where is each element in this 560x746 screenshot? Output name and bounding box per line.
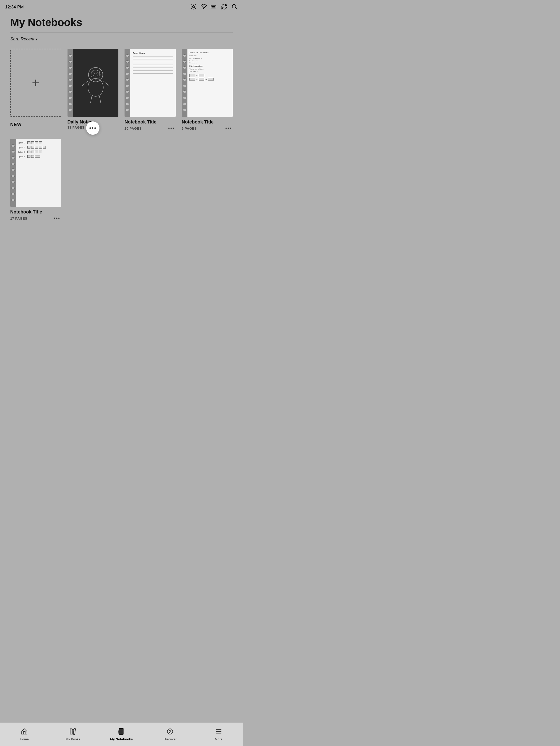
notebook-2-card[interactable]: Penn Ideas bbox=[124, 49, 176, 131]
notebook-2-info: Notebook Title 20 PAGES ••• bbox=[124, 119, 176, 131]
main-content: + NEW bbox=[0, 44, 243, 257]
notebook-2-title: Notebook Title bbox=[124, 119, 176, 125]
notes-inner-cover: Penn Ideas bbox=[130, 49, 176, 117]
mechanical-sketch-svg bbox=[79, 63, 112, 103]
spiral-binding-3 bbox=[182, 49, 188, 117]
notebook-4-meta: 17 PAGES ••• bbox=[10, 216, 61, 221]
notes-cover-title: Penn Ideas bbox=[133, 52, 173, 54]
page-title: My Notebooks bbox=[10, 17, 233, 29]
battery-icon bbox=[211, 3, 217, 11]
sort-label: Sort: Recent bbox=[10, 36, 34, 42]
header: My Notebooks bbox=[0, 13, 243, 29]
notebook-3-card[interactable]: Toolkits 1.6 – UX review Scenario: As a … bbox=[182, 49, 233, 131]
brightness-icon bbox=[190, 3, 197, 11]
svg-line-14 bbox=[235, 8, 237, 9]
daily-notes-menu-button[interactable]: ••• bbox=[86, 121, 100, 135]
notebook-4-pages: 17 PAGES bbox=[10, 217, 27, 220]
notebooks-grid: + NEW bbox=[0, 44, 243, 231]
notebook-2-meta: 20 PAGES ••• bbox=[124, 125, 176, 131]
wifi-icon bbox=[200, 3, 207, 11]
plus-icon: + bbox=[32, 76, 39, 89]
options-inner-cover: Option 1 Option 2 bbox=[16, 139, 61, 207]
daily-notes-cover bbox=[67, 49, 119, 117]
notebook-3-meta: 5 PAGES ••• bbox=[182, 125, 233, 131]
notebook-4-card[interactable]: Option 1 Option 2 bbox=[10, 139, 61, 221]
notebook-3-title: Notebook Title bbox=[182, 119, 233, 125]
spiral-binding-4 bbox=[10, 139, 16, 207]
notebook-4-cover: Option 1 Option 2 bbox=[10, 139, 61, 207]
mechanical-cover-content bbox=[73, 49, 119, 117]
sync-icon bbox=[221, 3, 228, 11]
svg-line-21 bbox=[100, 96, 101, 103]
svg-line-7 bbox=[192, 8, 192, 9]
spiral-binding-2 bbox=[124, 49, 130, 117]
notebook-3-cover: Toolkits 1.6 – UX review Scenario: As a … bbox=[182, 49, 233, 117]
notebook-4-title: Notebook Title bbox=[10, 209, 61, 215]
svg-rect-12 bbox=[212, 6, 215, 8]
new-card-label: NEW bbox=[10, 122, 61, 127]
notebook-4-menu-button[interactable]: ••• bbox=[53, 216, 61, 221]
spiral-binding bbox=[67, 49, 73, 117]
svg-line-20 bbox=[90, 96, 92, 103]
svg-point-15 bbox=[88, 67, 103, 82]
search-icon-header[interactable] bbox=[231, 3, 238, 11]
new-notebook-cover: + bbox=[10, 49, 61, 117]
svg-point-17 bbox=[88, 79, 103, 96]
notebook-3-info: Notebook Title 5 PAGES ••• bbox=[182, 119, 233, 131]
svg-line-18 bbox=[82, 81, 88, 86]
status-bar: 12:34 PM bbox=[0, 0, 243, 13]
svg-point-9 bbox=[203, 8, 204, 9]
notebook-3-cover-content: Toolkits 1.6 – UX review Scenario: As a … bbox=[188, 49, 233, 117]
notebook-3-pages: 5 PAGES bbox=[182, 126, 197, 131]
toolkit-inner-cover: Toolkits 1.6 – UX review Scenario: As a … bbox=[188, 49, 233, 117]
notebook-2-menu-button[interactable]: ••• bbox=[167, 125, 176, 131]
svg-line-19 bbox=[103, 81, 110, 86]
status-icons bbox=[190, 3, 238, 11]
notebook-3-menu-button[interactable]: ••• bbox=[224, 125, 233, 131]
notebook-2-pages: 20 PAGES bbox=[124, 126, 142, 131]
sort-bar: Sort: Recent ▾ bbox=[0, 32, 243, 44]
svg-point-13 bbox=[232, 4, 236, 8]
svg-point-16 bbox=[91, 70, 100, 79]
sort-chevron-icon: ▾ bbox=[35, 37, 37, 41]
notebook-2-cover-content: Penn Ideas bbox=[130, 49, 176, 117]
svg-point-0 bbox=[193, 6, 195, 8]
sort-button[interactable]: Sort: Recent ▾ bbox=[10, 36, 37, 42]
status-time: 12:34 PM bbox=[5, 5, 24, 10]
svg-line-8 bbox=[195, 5, 196, 5]
new-card-info: NEW bbox=[10, 119, 61, 127]
svg-line-3 bbox=[192, 5, 192, 5]
notebook-4-cover-content: Option 1 Option 2 bbox=[16, 139, 61, 207]
notebook-4-info: Notebook Title 17 PAGES ••• bbox=[10, 209, 61, 221]
notebook-2-cover: Penn Ideas bbox=[124, 49, 176, 117]
svg-point-24 bbox=[97, 73, 98, 74]
svg-line-4 bbox=[195, 8, 196, 9]
svg-point-23 bbox=[93, 73, 94, 74]
daily-notes-card[interactable]: Daily Notes 33 PAGES ••• bbox=[67, 49, 119, 131]
new-notebook-card[interactable]: + NEW bbox=[10, 49, 61, 131]
daily-notes-pages: 33 PAGES bbox=[67, 125, 85, 130]
